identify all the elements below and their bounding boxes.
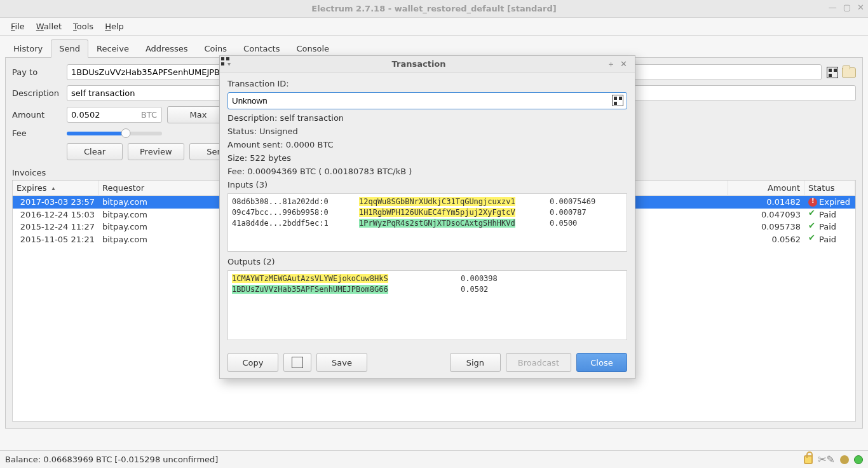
- copy-button[interactable]: Copy: [227, 353, 278, 372]
- window-close-icon[interactable]: ✕: [857, 3, 864, 12]
- menu-tools[interactable]: Tools: [67, 18, 99, 35]
- window-maximize-icon[interactable]: ▢: [843, 3, 851, 12]
- window-title: Electrum 2.7.18 - wallet_restored_defaul…: [311, 4, 556, 13]
- col-amount[interactable]: Amount: [728, 181, 804, 195]
- preferences-icon[interactable]: ✂✎: [818, 453, 835, 465]
- balance-text: Balance: 0.06683969 BTC [-0.015298 uncon…: [5, 455, 218, 464]
- lock-icon[interactable]: [804, 455, 813, 464]
- tab-history[interactable]: History: [5, 39, 51, 58]
- paid-icon: [808, 223, 817, 231]
- qr-button[interactable]: [283, 353, 311, 372]
- txid-label: Transaction ID:: [227, 79, 627, 88]
- preview-button[interactable]: Preview: [128, 143, 184, 160]
- col-status[interactable]: Status: [804, 181, 855, 195]
- save-button[interactable]: Save: [316, 353, 367, 372]
- amount-input[interactable]: [67, 107, 162, 123]
- expired-icon: [808, 198, 817, 207]
- sign-button[interactable]: Sign: [450, 353, 501, 372]
- txid-input[interactable]: [227, 92, 627, 109]
- network-status-icon[interactable]: [854, 455, 863, 464]
- window-minimize-icon[interactable]: —: [829, 3, 837, 12]
- seed-icon[interactable]: [840, 455, 849, 464]
- paid-icon: [808, 210, 817, 219]
- outputs-box[interactable]: 1CMAYWTzMEWGAutAzsVLYWEjokoCuw8HkS0.0003…: [227, 270, 627, 340]
- menubar: File Wallet Tools Help: [0, 18, 868, 36]
- qr-icon[interactable]: [612, 95, 623, 106]
- qr-icon[interactable]: [827, 67, 838, 78]
- fee-label: Fee: [12, 128, 62, 138]
- fee-slider[interactable]: [67, 132, 162, 135]
- menu-file[interactable]: File: [5, 18, 31, 35]
- menu-wallet[interactable]: Wallet: [31, 18, 67, 35]
- broadcast-button: Broadcast: [506, 353, 571, 372]
- menu-help[interactable]: Help: [99, 18, 130, 35]
- close-button[interactable]: Close: [576, 353, 627, 372]
- tx-size: Size: 522 bytes: [227, 153, 627, 163]
- outputs-header: Outputs (2): [227, 257, 627, 266]
- tx-fee: Fee: 0.00094369 BTC ( 0.00180783 BTC/kB …: [227, 167, 627, 176]
- tx-amount: Amount sent: 0.0000 BTC: [227, 140, 627, 149]
- payto-label: Pay to: [12, 67, 62, 77]
- inputs-box[interactable]: 08d6b308...81a202dd:012qqWu8SGbBNrXUdkjC…: [227, 193, 627, 252]
- tab-receive[interactable]: Receive: [88, 39, 137, 58]
- tab-send[interactable]: Send: [51, 39, 88, 58]
- dialog-title: Transaction: [233, 59, 604, 69]
- paid-icon: [808, 235, 817, 244]
- col-expires[interactable]: Expires: [13, 181, 98, 195]
- inputs-header: Inputs (3): [227, 180, 627, 189]
- folder-icon[interactable]: [842, 67, 856, 78]
- titlebar: Electrum 2.7.18 - wallet_restored_defaul…: [0, 0, 868, 18]
- transaction-dialog: ▾ Transaction ＋ ✕ Transaction ID: Descri…: [219, 55, 635, 379]
- tab-addresses[interactable]: Addresses: [137, 39, 196, 58]
- statusbar: Balance: 0.06683969 BTC [-0.015298 uncon…: [0, 450, 868, 468]
- clear-button[interactable]: Clear: [67, 143, 123, 160]
- dialog-close-icon[interactable]: ✕: [618, 59, 630, 69]
- tx-description: Description: self transaction: [227, 113, 627, 123]
- description-label: Description: [12, 88, 62, 98]
- amount-label: Amount: [12, 110, 62, 120]
- dialog-menu-icon[interactable]: ▾: [225, 60, 233, 67]
- dialog-maximize-icon[interactable]: ＋: [604, 59, 618, 70]
- tx-status: Status: Unsigned: [227, 127, 627, 136]
